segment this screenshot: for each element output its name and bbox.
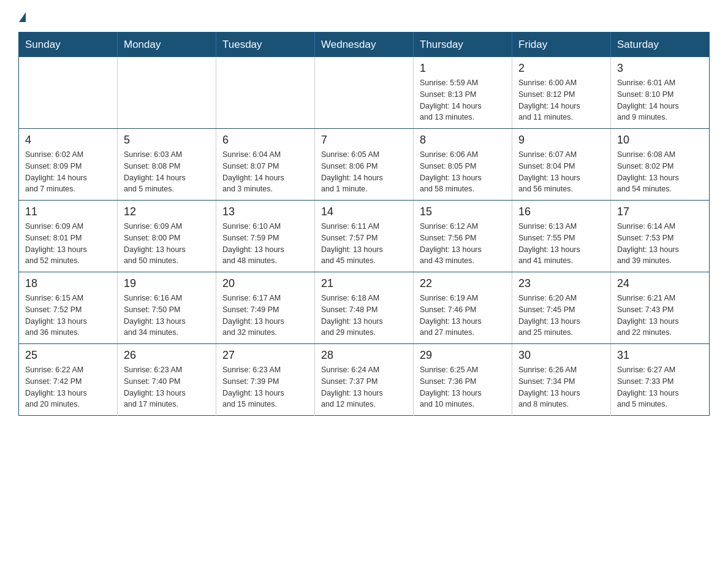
calendar-week-3: 11Sunrise: 6:09 AM Sunset: 8:01 PM Dayli… — [19, 201, 710, 272]
weekday-header-saturday: Saturday — [611, 33, 710, 58]
calendar-week-4: 18Sunrise: 6:15 AM Sunset: 7:52 PM Dayli… — [19, 272, 710, 344]
calendar-cell: 24Sunrise: 6:21 AM Sunset: 7:43 PM Dayli… — [611, 272, 710, 344]
weekday-header-wednesday: Wednesday — [315, 33, 414, 58]
day-info: Sunrise: 6:13 AM Sunset: 7:55 PM Dayligh… — [518, 221, 604, 267]
logo-triangle-icon — [19, 12, 26, 22]
day-info: Sunrise: 5:59 AM Sunset: 8:13 PM Dayligh… — [420, 77, 506, 123]
day-number: 17 — [617, 205, 703, 218]
calendar-cell: 25Sunrise: 6:22 AM Sunset: 7:42 PM Dayli… — [19, 344, 118, 416]
day-number: 26 — [124, 349, 210, 362]
calendar-cell — [315, 57, 414, 129]
calendar-cell: 12Sunrise: 6:09 AM Sunset: 8:00 PM Dayli… — [118, 201, 216, 272]
day-info: Sunrise: 6:18 AM Sunset: 7:48 PM Dayligh… — [321, 293, 407, 339]
day-info: Sunrise: 6:22 AM Sunset: 7:42 PM Dayligh… — [25, 364, 111, 410]
day-number: 29 — [420, 349, 506, 362]
day-number: 24 — [617, 277, 703, 290]
calendar-cell: 1Sunrise: 5:59 AM Sunset: 8:13 PM Daylig… — [414, 57, 512, 129]
day-number: 28 — [321, 349, 407, 362]
calendar-cell: 9Sunrise: 6:07 AM Sunset: 8:04 PM Daylig… — [512, 129, 611, 201]
calendar-cell: 5Sunrise: 6:03 AM Sunset: 8:08 PM Daylig… — [118, 129, 216, 201]
calendar-cell: 2Sunrise: 6:00 AM Sunset: 8:12 PM Daylig… — [512, 57, 611, 129]
day-number: 5 — [124, 134, 210, 147]
day-number: 8 — [420, 134, 506, 147]
calendar-cell: 6Sunrise: 6:04 AM Sunset: 8:07 PM Daylig… — [216, 129, 315, 201]
day-info: Sunrise: 6:05 AM Sunset: 8:06 PM Dayligh… — [321, 149, 407, 195]
day-number: 1 — [420, 62, 506, 75]
calendar-cell: 10Sunrise: 6:08 AM Sunset: 8:02 PM Dayli… — [611, 129, 710, 201]
weekday-header-sunday: Sunday — [19, 33, 118, 58]
day-info: Sunrise: 6:23 AM Sunset: 7:39 PM Dayligh… — [222, 364, 308, 410]
day-number: 27 — [222, 349, 308, 362]
calendar-cell: 17Sunrise: 6:14 AM Sunset: 7:53 PM Dayli… — [611, 201, 710, 272]
calendar-cell: 3Sunrise: 6:01 AM Sunset: 8:10 PM Daylig… — [611, 57, 710, 129]
day-info: Sunrise: 6:24 AM Sunset: 7:37 PM Dayligh… — [321, 364, 407, 410]
day-number: 12 — [124, 205, 210, 218]
day-number: 15 — [420, 205, 506, 218]
day-info: Sunrise: 6:25 AM Sunset: 7:36 PM Dayligh… — [420, 364, 506, 410]
day-info: Sunrise: 6:21 AM Sunset: 7:43 PM Dayligh… — [617, 293, 703, 339]
calendar-cell: 28Sunrise: 6:24 AM Sunset: 7:37 PM Dayli… — [315, 344, 414, 416]
calendar-week-2: 4Sunrise: 6:02 AM Sunset: 8:09 PM Daylig… — [19, 129, 710, 201]
calendar-header-row: SundayMondayTuesdayWednesdayThursdayFrid… — [19, 33, 710, 58]
day-info: Sunrise: 6:11 AM Sunset: 7:57 PM Dayligh… — [321, 221, 407, 267]
page-header — [18, 12, 710, 21]
day-info: Sunrise: 6:23 AM Sunset: 7:40 PM Dayligh… — [124, 364, 210, 410]
day-info: Sunrise: 6:16 AM Sunset: 7:50 PM Dayligh… — [124, 293, 210, 339]
day-info: Sunrise: 6:14 AM Sunset: 7:53 PM Dayligh… — [617, 221, 703, 267]
day-number: 23 — [518, 277, 604, 290]
day-info: Sunrise: 6:09 AM Sunset: 8:00 PM Dayligh… — [124, 221, 210, 267]
weekday-header-friday: Friday — [512, 33, 611, 58]
calendar-cell: 21Sunrise: 6:18 AM Sunset: 7:48 PM Dayli… — [315, 272, 414, 344]
weekday-header-monday: Monday — [118, 33, 216, 58]
calendar-table: SundayMondayTuesdayWednesdayThursdayFrid… — [18, 32, 710, 416]
calendar-cell: 4Sunrise: 6:02 AM Sunset: 8:09 PM Daylig… — [19, 129, 118, 201]
calendar-cell: 16Sunrise: 6:13 AM Sunset: 7:55 PM Dayli… — [512, 201, 611, 272]
calendar-cell: 29Sunrise: 6:25 AM Sunset: 7:36 PM Dayli… — [414, 344, 512, 416]
day-info: Sunrise: 6:03 AM Sunset: 8:08 PM Dayligh… — [124, 149, 210, 195]
day-number: 7 — [321, 134, 407, 147]
weekday-header-tuesday: Tuesday — [216, 33, 315, 58]
calendar-cell: 19Sunrise: 6:16 AM Sunset: 7:50 PM Dayli… — [118, 272, 216, 344]
day-info: Sunrise: 6:02 AM Sunset: 8:09 PM Dayligh… — [25, 149, 111, 195]
logo — [18, 12, 26, 21]
day-number: 3 — [617, 62, 703, 75]
calendar-cell: 23Sunrise: 6:20 AM Sunset: 7:45 PM Dayli… — [512, 272, 611, 344]
day-number: 4 — [25, 134, 111, 147]
day-number: 21 — [321, 277, 407, 290]
day-number: 9 — [518, 134, 604, 147]
weekday-header-thursday: Thursday — [414, 33, 512, 58]
day-info: Sunrise: 6:04 AM Sunset: 8:07 PM Dayligh… — [222, 149, 308, 195]
day-info: Sunrise: 6:12 AM Sunset: 7:56 PM Dayligh… — [420, 221, 506, 267]
day-info: Sunrise: 6:27 AM Sunset: 7:33 PM Dayligh… — [617, 364, 703, 410]
day-number: 16 — [518, 205, 604, 218]
calendar-cell: 15Sunrise: 6:12 AM Sunset: 7:56 PM Dayli… — [414, 201, 512, 272]
day-info: Sunrise: 6:17 AM Sunset: 7:49 PM Dayligh… — [222, 293, 308, 339]
day-info: Sunrise: 6:15 AM Sunset: 7:52 PM Dayligh… — [25, 293, 111, 339]
day-info: Sunrise: 6:10 AM Sunset: 7:59 PM Dayligh… — [222, 221, 308, 267]
day-number: 20 — [222, 277, 308, 290]
calendar-cell: 27Sunrise: 6:23 AM Sunset: 7:39 PM Dayli… — [216, 344, 315, 416]
day-number: 18 — [25, 277, 111, 290]
calendar-cell — [216, 57, 315, 129]
day-number: 22 — [420, 277, 506, 290]
day-info: Sunrise: 6:01 AM Sunset: 8:10 PM Dayligh… — [617, 77, 703, 123]
calendar-cell: 26Sunrise: 6:23 AM Sunset: 7:40 PM Dayli… — [118, 344, 216, 416]
day-info: Sunrise: 6:19 AM Sunset: 7:46 PM Dayligh… — [420, 293, 506, 339]
day-info: Sunrise: 6:09 AM Sunset: 8:01 PM Dayligh… — [25, 221, 111, 267]
day-info: Sunrise: 6:00 AM Sunset: 8:12 PM Dayligh… — [518, 77, 604, 123]
day-info: Sunrise: 6:08 AM Sunset: 8:02 PM Dayligh… — [617, 149, 703, 195]
day-number: 31 — [617, 349, 703, 362]
day-info: Sunrise: 6:06 AM Sunset: 8:05 PM Dayligh… — [420, 149, 506, 195]
day-number: 2 — [518, 62, 604, 75]
calendar-cell: 20Sunrise: 6:17 AM Sunset: 7:49 PM Dayli… — [216, 272, 315, 344]
calendar-cell: 22Sunrise: 6:19 AM Sunset: 7:46 PM Dayli… — [414, 272, 512, 344]
calendar-cell: 13Sunrise: 6:10 AM Sunset: 7:59 PM Dayli… — [216, 201, 315, 272]
calendar-cell: 31Sunrise: 6:27 AM Sunset: 7:33 PM Dayli… — [611, 344, 710, 416]
calendar-cell — [118, 57, 216, 129]
calendar-cell: 14Sunrise: 6:11 AM Sunset: 7:57 PM Dayli… — [315, 201, 414, 272]
day-number: 25 — [25, 349, 111, 362]
calendar-cell: 7Sunrise: 6:05 AM Sunset: 8:06 PM Daylig… — [315, 129, 414, 201]
day-number: 14 — [321, 205, 407, 218]
day-number: 6 — [222, 134, 308, 147]
day-info: Sunrise: 6:26 AM Sunset: 7:34 PM Dayligh… — [518, 364, 604, 410]
